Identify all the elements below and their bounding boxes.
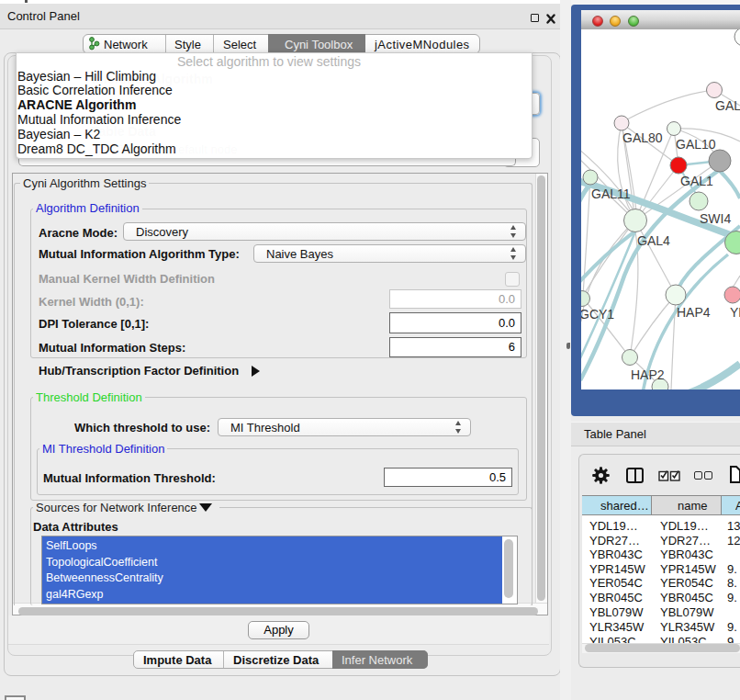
svg-text:GAL10: GAL10: [676, 137, 716, 152]
svg-text:HAP2: HAP2: [631, 367, 665, 382]
svg-text:YM: YM: [730, 305, 740, 320]
svg-text:GAL4: GAL4: [637, 233, 670, 248]
svg-text:GCY1: GCY1: [581, 307, 614, 322]
svg-text:GAL80: GAL80: [622, 130, 663, 145]
svg-text:GAL11: GAL11: [591, 186, 631, 201]
svg-text:GAL7: GAL7: [715, 98, 740, 113]
svg-text:HAP4: HAP4: [677, 305, 711, 320]
svg-text:GAL1: GAL1: [680, 174, 713, 188]
svg-text:SWI4: SWI4: [700, 211, 731, 226]
